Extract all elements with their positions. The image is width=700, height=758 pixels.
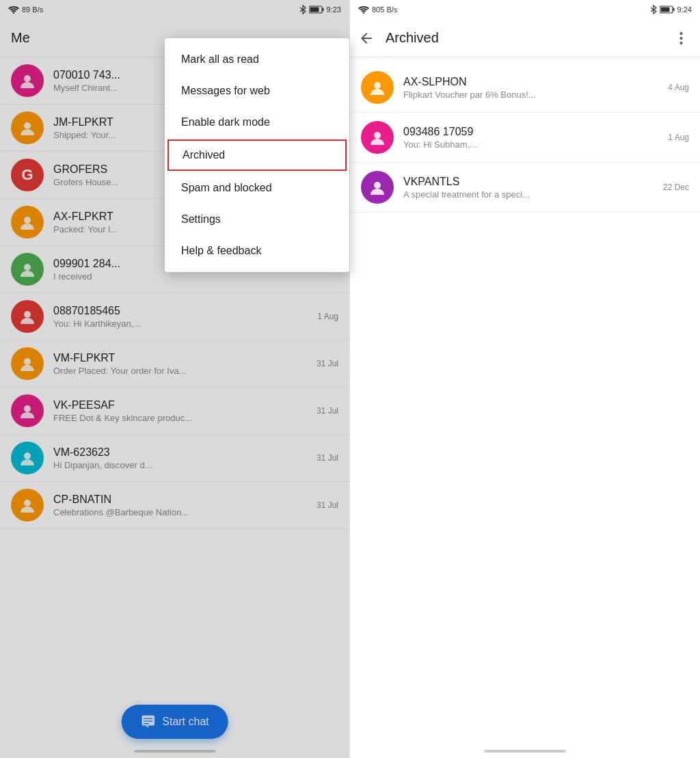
right-nav-indicator xyxy=(484,750,566,753)
more-options-button[interactable] xyxy=(667,25,695,52)
contact-time: 22 Dec xyxy=(663,182,689,192)
right-header: Archived xyxy=(350,19,700,57)
menu-item-m6[interactable]: Settings xyxy=(165,204,349,235)
contact-preview: A special treatment for a speci... xyxy=(403,189,658,200)
avatar-person-icon xyxy=(368,78,387,97)
contact-info: VKPANTLS A special treatment for a speci… xyxy=(403,176,658,200)
svg-point-29 xyxy=(374,82,381,89)
svg-point-30 xyxy=(374,132,381,139)
menu-item-m2[interactable]: Messages for web xyxy=(165,75,349,107)
contact-preview: You: Hi Subham,... xyxy=(403,139,662,150)
svg-point-20 xyxy=(363,12,364,14)
svg-rect-24 xyxy=(673,8,674,12)
right-panel: 805 B/s 9:24 Archived xyxy=(350,0,700,758)
right-status-icons: 805 B/s xyxy=(358,5,397,14)
contact-name: 093486 17059 xyxy=(403,126,662,138)
avatar-person-icon xyxy=(368,128,387,147)
back-arrow-icon xyxy=(358,30,375,46)
contact-name: VKPANTLS xyxy=(403,176,658,188)
contact-info: 093486 17059 You: Hi Subham,... xyxy=(403,126,662,150)
more-options-icon xyxy=(679,31,683,46)
right-time: 9:24 xyxy=(677,5,692,14)
contact-preview: Flipkart Voucher par 6% Bonus!... xyxy=(403,90,662,100)
right-header-title: Archived xyxy=(386,30,662,46)
menu-item-m1[interactable]: Mark all as read xyxy=(165,44,349,75)
avatar-person-icon xyxy=(368,178,387,197)
right-status-bar: 805 B/s 9:24 xyxy=(350,0,700,19)
list-item[interactable]: 093486 17059 You: Hi Subham,... 1 Aug xyxy=(350,113,700,163)
avatar xyxy=(361,121,394,154)
contact-name: AX-SLPHON xyxy=(403,76,662,88)
back-button[interactable] xyxy=(353,25,380,52)
contact-time: 4 Aug xyxy=(668,83,689,92)
menu-item-m3[interactable]: Enable dark mode xyxy=(165,107,349,138)
list-item[interactable]: VKPANTLS A special treatment for a speci… xyxy=(350,163,700,213)
svg-point-28 xyxy=(679,42,682,44)
left-panel: 89 B/s 9:23 Me xyxy=(0,0,350,758)
contact-time: 1 Aug xyxy=(668,133,689,142)
avatar xyxy=(361,171,394,204)
contact-info: AX-SLPHON Flipkart Voucher par 6% Bonus!… xyxy=(403,76,662,100)
archived-list: AX-SLPHON Flipkart Voucher par 6% Bonus!… xyxy=(350,57,700,744)
menu-item-m4[interactable]: Archived xyxy=(167,139,347,171)
menu-item-m7[interactable]: Help & feedback xyxy=(165,235,349,267)
right-bluetooth-icon xyxy=(650,5,657,14)
svg-point-27 xyxy=(679,37,682,40)
right-wifi-icon xyxy=(358,5,369,14)
right-data-speed: 805 B/s xyxy=(372,5,397,14)
svg-point-26 xyxy=(679,32,682,35)
list-item[interactable]: AX-SLPHON Flipkart Voucher par 6% Bonus!… xyxy=(350,63,700,113)
dropdown-menu: Mark all as readMessages for webEnable d… xyxy=(165,38,349,272)
avatar xyxy=(361,71,394,104)
svg-point-31 xyxy=(374,182,381,189)
svg-rect-25 xyxy=(660,8,669,12)
menu-item-m5[interactable]: Spam and blocked xyxy=(165,172,349,204)
right-battery-icon xyxy=(660,5,675,14)
right-status-right: 9:24 xyxy=(650,5,692,14)
